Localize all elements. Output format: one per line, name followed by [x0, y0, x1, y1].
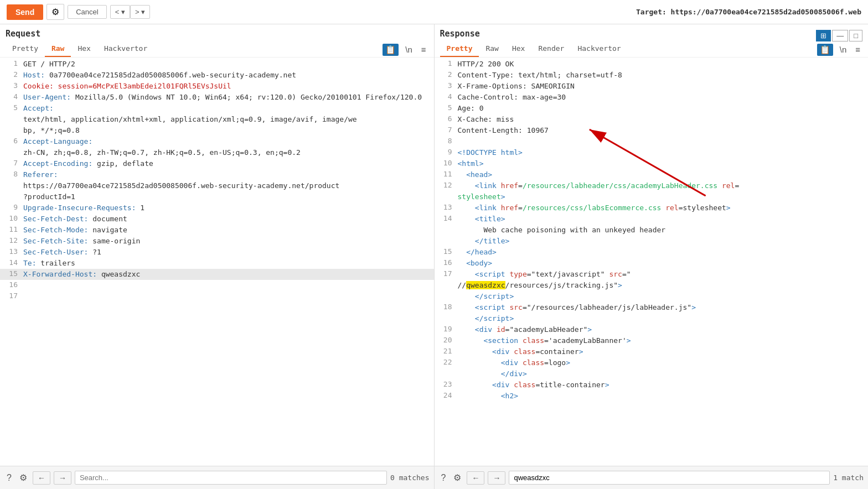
- resp-line-14b: Web cache poisoning with an unkeyed head…: [435, 225, 869, 236]
- request-line-17: 17: [0, 291, 434, 302]
- resp-line-10: 10 <html>: [435, 158, 869, 169]
- response-match-count: 1 match: [833, 474, 864, 482]
- view-buttons: ⊞ — □: [816, 30, 862, 41]
- request-help-button[interactable]: ?: [4, 472, 14, 484]
- response-panel: Response ⊞ — □ Pretty Raw Hex Render Hac…: [435, 24, 869, 489]
- request-line-16: 16: [0, 280, 434, 291]
- request-code-area: 1 GET / HTTP/2 2 Host: 0a7700ea04ce72158…: [0, 58, 434, 466]
- request-search-input[interactable]: [75, 471, 387, 485]
- settings-button[interactable]: ⚙: [46, 4, 64, 20]
- response-code-area: 1 HTTP/2 200 OK 2 Content-Type: text/htm…: [435, 58, 869, 466]
- tab-response-hackvertor[interactable]: Hackvertor: [571, 42, 627, 57]
- request-ln-icon[interactable]: \n: [403, 44, 415, 55]
- request-settings-button[interactable]: ⚙: [17, 471, 29, 484]
- request-line-14: 14 Te: trailers: [0, 258, 434, 269]
- cancel-button[interactable]: Cancel: [68, 5, 106, 19]
- send-button[interactable]: Send: [7, 4, 43, 20]
- request-title: Request: [6, 29, 428, 39]
- response-settings-button[interactable]: ⚙: [451, 471, 463, 484]
- resp-line-2: 2 Content-Type: text/html; charset=utf-8: [435, 70, 869, 81]
- resp-line-14c: </title>: [435, 236, 869, 247]
- prev-nav-button[interactable]: < ▾: [110, 5, 130, 19]
- tab-response-raw[interactable]: Raw: [479, 42, 505, 57]
- request-line-9: 9 Upgrade-Insecure-Requests: 1: [0, 202, 434, 214]
- resp-line-17c: </script>: [435, 291, 869, 302]
- request-line-8c: ?productId=1: [0, 191, 434, 202]
- resp-line-23: 23 <div class=title-container>: [435, 379, 869, 391]
- tab-request-hackvertor[interactable]: Hackvertor: [97, 42, 154, 57]
- resp-line-15: 15 </head>: [435, 247, 869, 258]
- resp-line-16: 16 <body>: [435, 258, 869, 269]
- response-search-input[interactable]: [509, 471, 830, 485]
- response-header: Response ⊞ — □ Pretty Raw Hex Render Hac…: [435, 24, 869, 58]
- request-line-5a: 5 Accept:: [0, 103, 434, 114]
- response-title: Response: [440, 29, 480, 39]
- resp-line-5: 5 Age: 0: [435, 103, 869, 114]
- resp-line-9: 9 <!DOCTYPE html>: [435, 147, 869, 158]
- request-tab-icons: 📋 \n ≡: [383, 44, 428, 56]
- tab-response-pretty[interactable]: Pretty: [440, 42, 479, 57]
- resp-line-12: 12 <link href=/resources/labheader/css/a…: [435, 180, 869, 191]
- request-line-5c: bp, */*;q=0.8: [0, 125, 434, 136]
- request-line-15: 15 X-Forwarded-Host: qweasdzxc: [0, 269, 434, 280]
- resp-line-21: 21 <div class=container>: [435, 346, 869, 357]
- resp-line-8: 8: [435, 136, 869, 147]
- request-line-8a: 8 Referer:: [0, 169, 434, 180]
- response-menu-icon[interactable]: ≡: [853, 44, 862, 55]
- view-split-button[interactable]: ⊞: [816, 30, 831, 41]
- tab-request-hex[interactable]: Hex: [71, 42, 97, 57]
- resp-line-4: 4 Cache-Control: max-age=30: [435, 92, 869, 103]
- main-area: Request Pretty Raw Hex Hackvertor 📋 \n ≡…: [0, 24, 868, 489]
- next-nav-button[interactable]: > ▾: [130, 5, 150, 19]
- request-line-1: 1 GET / HTTP/2: [0, 59, 434, 70]
- resp-line-11: 11 <head>: [435, 169, 869, 180]
- resp-line-18b: </script>: [435, 313, 869, 324]
- request-line-11: 11 Sec-Fetch-Mode: navigate: [0, 225, 434, 236]
- tab-request-pretty[interactable]: Pretty: [6, 42, 45, 57]
- request-search-next[interactable]: →: [54, 471, 71, 485]
- request-line-13: 13 Sec-Fetch-User: ?1: [0, 247, 434, 258]
- request-line-2: 2 Host: 0a7700ea04ce721585d2ad050085006f…: [0, 70, 434, 81]
- resp-line-14a: 14 <title>: [435, 214, 869, 225]
- response-ln-icon[interactable]: \n: [838, 44, 849, 55]
- resp-line-19: 19 <div id="academyLabHeader">: [435, 324, 869, 335]
- toolbar: Send ⚙ Cancel < ▾ > ▾ Target: https://0a…: [0, 0, 868, 24]
- resp-line-17: 17 <script type="text/javascript" src=": [435, 269, 869, 280]
- request-send-icon[interactable]: 📋: [383, 44, 399, 56]
- response-search-prev[interactable]: ←: [467, 471, 484, 485]
- response-search-next[interactable]: →: [488, 471, 505, 485]
- resp-line-18: 18 <script src="/resources/labheader/js/…: [435, 302, 869, 313]
- request-line-6b: zh-CN, zh;q=0.8, zh-TW;q=0.7, zh-HK;q=0.…: [0, 147, 434, 158]
- request-panel: Request Pretty Raw Hex Hackvertor 📋 \n ≡…: [0, 24, 435, 489]
- tab-request-raw[interactable]: Raw: [45, 42, 71, 57]
- request-menu-icon[interactable]: ≡: [419, 44, 428, 55]
- request-line-6a: 6 Accept-Language:: [0, 136, 434, 147]
- request-tabs: Pretty Raw Hex Hackvertor: [6, 42, 154, 57]
- request-search-prev[interactable]: ←: [33, 471, 50, 485]
- view-full-button[interactable]: □: [849, 30, 862, 41]
- response-send-icon[interactable]: 📋: [817, 44, 833, 56]
- response-bottom-bar: ? ⚙ ← → 1 match: [435, 466, 869, 489]
- request-bottom-bar: ? ⚙ ← → 0 matches: [0, 466, 434, 489]
- toolbar-left: Send ⚙ Cancel < ▾ > ▾: [7, 4, 150, 20]
- resp-line-1: 1 HTTP/2 200 OK: [435, 59, 869, 70]
- response-tabs: Pretty Raw Hex Render Hackvertor: [440, 42, 628, 57]
- request-line-7: 7 Accept-Encoding: gzip, deflate: [0, 158, 434, 169]
- resp-line-22b: </div>: [435, 368, 869, 379]
- request-line-10: 10 Sec-Fetch-Dest: document: [0, 214, 434, 225]
- request-match-count: 0 matches: [390, 474, 429, 482]
- request-tabs-row: Pretty Raw Hex Hackvertor 📋 \n ≡: [6, 42, 428, 57]
- response-tabs-row: Pretty Raw Hex Render Hackvertor 📋 \n ≡: [440, 42, 863, 57]
- view-single-button[interactable]: —: [832, 30, 848, 41]
- resp-line-13: 13 <link href=/resources/css/labsEcommer…: [435, 202, 869, 214]
- resp-line-22: 22 <div class=logo>: [435, 357, 869, 368]
- tab-response-render[interactable]: Render: [531, 42, 571, 57]
- request-header: Request Pretty Raw Hex Hackvertor 📋 \n ≡: [0, 24, 434, 58]
- resp-line-20: 20 <section class='academyLabBanner'>: [435, 335, 869, 346]
- resp-line-3: 3 X-Frame-Options: SAMEORIGIN: [435, 81, 869, 92]
- response-help-button[interactable]: ?: [439, 472, 448, 484]
- response-tab-icons: 📋 \n ≡: [817, 44, 862, 56]
- tab-response-hex[interactable]: Hex: [505, 42, 531, 57]
- resp-line-24: 24 <h2>: [435, 391, 869, 402]
- request-line-4: 4 User-Agent: Mozilla/5.0 (Windows NT 10…: [0, 92, 434, 103]
